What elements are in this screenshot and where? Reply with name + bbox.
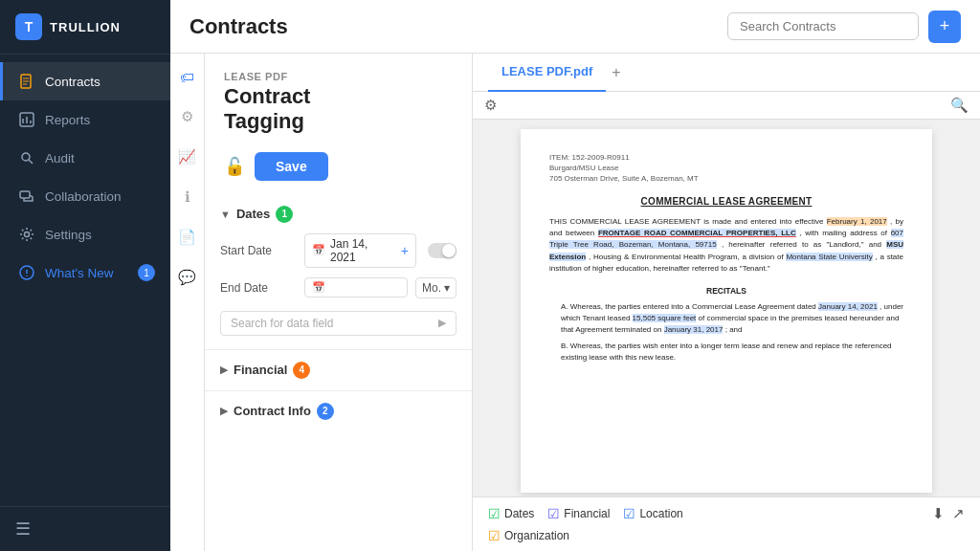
contract-info-section-title: Contract Info	[234, 404, 311, 418]
lock-icon[interactable]: 🔓	[224, 156, 245, 177]
pdf-tab-lease[interactable]: LEASE PDF.pdf	[488, 54, 606, 92]
whats-new-badge: 1	[138, 264, 155, 281]
pdf-footer-checkboxes-row: ☑ Dates ☑ Financial ☑ Location ⬇ ↗	[488, 505, 965, 522]
pdf-highlight-company: FRONTAGE ROAD COMMERCIAL PROPERTIES, LLC	[598, 229, 796, 237]
dates-checkbox[interactable]: ☑ Dates	[488, 506, 534, 521]
sidebar-bottom: ☰	[0, 506, 170, 551]
organization-checkbox[interactable]: ☑ Organization	[488, 528, 569, 543]
hamburger-icon[interactable]: ☰	[15, 519, 31, 539]
start-date-toggle[interactable]	[428, 243, 457, 258]
recital-sqft: 15,505 square feet	[633, 314, 697, 322]
sidebar-item-reports[interactable]: Reports	[0, 100, 170, 139]
contract-info-section-header[interactable]: ▶ Contract Info 2	[205, 397, 472, 426]
calendar-icon: 📅	[312, 244, 325, 256]
recital-b-label: B.	[561, 342, 570, 350]
icon-bar: 🏷 ⚙ 📈 ℹ 📄 💬	[170, 54, 205, 551]
sidebar: T TRULLION Contracts Reports Audit	[0, 0, 170, 551]
recital-a-label: A.	[561, 302, 570, 311]
sidebar-item-collaboration[interactable]: Collaboration	[0, 177, 170, 215]
start-date-value: Jan 14, 2021	[330, 237, 396, 264]
financial-arrow-icon: ▶	[220, 364, 228, 376]
tab-add-icon[interactable]: +	[612, 64, 620, 81]
search-field-row: Search for data field ▶	[205, 303, 472, 343]
sidebar-audit-label: Audit	[45, 151, 75, 165]
tagging-subtitle: LEASE PDF	[224, 71, 453, 82]
pdf-content[interactable]: ITEM: 152-2009-R0911 Burgard/MSU Lease 7…	[473, 120, 980, 496]
end-date-field[interactable]: 📅	[304, 277, 408, 298]
settings-bar-icon[interactable]: ⚙	[174, 103, 201, 130]
download-icon[interactable]: ⬇	[932, 505, 945, 522]
sidebar-item-audit[interactable]: Audit	[0, 139, 170, 177]
external-link-icon[interactable]: ↗	[952, 505, 965, 522]
search-field-placeholder: Search for data field	[231, 317, 333, 330]
tagging-header: LEASE PDF ContractTagging	[205, 54, 472, 143]
reports-icon	[18, 111, 35, 128]
add-contract-button[interactable]: +	[928, 11, 961, 43]
collaboration-icon	[18, 187, 35, 205]
sidebar-item-contracts[interactable]: Contracts	[0, 62, 170, 100]
pdf-intro-text: THIS COMMERCIAL LEASE AGREEMENT is made …	[549, 217, 827, 226]
svg-point-8	[22, 153, 30, 161]
pdf-highlight-date1: February 1, 2017	[827, 217, 887, 226]
contract-info-arrow-icon: ▶	[220, 405, 228, 417]
financial-section-title: Financial	[234, 363, 287, 377]
pdf-mid2: , with mailing address of	[799, 229, 890, 237]
financial-checkbox[interactable]: ☑ Financial	[547, 506, 610, 521]
recital-a-final: ; and	[725, 325, 743, 334]
doc-bar-icon[interactable]: 📄	[174, 224, 201, 251]
recitals-title: RECITALS	[549, 285, 903, 298]
chart-bar-icon[interactable]: 📈	[174, 143, 201, 170]
search-field-arrow-icon: ▶	[438, 317, 446, 329]
dates-section-title: Dates	[236, 207, 270, 221]
chevron-down-icon: ▾	[444, 281, 450, 295]
end-date-row: End Date 📅 Mo. ▾	[205, 273, 472, 303]
pdf-footer-org-row: ☑ Organization	[488, 528, 965, 543]
tagging-panel: LEASE PDF ContractTagging 🔓 Save ▼ Dates…	[205, 54, 473, 551]
audit-icon	[18, 149, 35, 166]
plus-icon: +	[940, 16, 950, 36]
dates-badge: 1	[276, 206, 293, 223]
sidebar-collaboration-label: Collaboration	[45, 189, 122, 204]
start-date-plus[interactable]: +	[401, 243, 409, 258]
recital-b: B. Whereas, the parties wish enter into …	[561, 341, 903, 364]
location-checkbox[interactable]: ☑ Location	[623, 506, 682, 521]
search-input[interactable]	[727, 12, 919, 40]
logo-icon: T	[15, 13, 42, 40]
pdf-footer-icons: ⬇ ↗	[932, 505, 965, 522]
search-field-input[interactable]: Search for data field ▶	[220, 311, 457, 336]
financial-section-header[interactable]: ▶ Financial 4	[205, 356, 472, 385]
page-title: Contracts	[189, 14, 288, 39]
content-area: 🏷 ⚙ 📈 ℹ 📄 💬 LEASE PDF ContractTagging 🔓 …	[170, 54, 980, 551]
financial-check-icon: ☑	[547, 506, 560, 521]
svg-point-11	[25, 232, 30, 237]
contract-info-badge: 2	[317, 403, 334, 420]
location-checkbox-label: Location	[639, 507, 682, 520]
tagging-actions: 🔓 Save	[205, 143, 472, 190]
pdf-search-icon[interactable]: 🔍	[950, 97, 969, 114]
tag-icon[interactable]: 🏷	[174, 63, 201, 90]
pdf-gear-icon[interactable]: ⚙	[484, 97, 497, 114]
tagging-title: ContractTagging	[224, 84, 453, 135]
save-button[interactable]: Save	[255, 152, 328, 181]
recital-date2: January 31, 2017	[664, 325, 724, 334]
info-bar-icon[interactable]: ℹ	[174, 184, 201, 210]
chat-bar-icon[interactable]: 💬	[174, 264, 201, 291]
pdf-highlight-msu2: Montana State University	[786, 253, 872, 261]
pdf-mid4: , Housing & Environmental Health Program…	[589, 253, 786, 261]
pdf-viewer: LEASE PDF.pdf + ⚙ 🔍 ITEM: 152-2009-R0911…	[473, 54, 980, 551]
dates-arrow-icon: ▼	[220, 209, 231, 220]
start-date-label: Start Date	[220, 244, 297, 257]
sidebar-item-settings[interactable]: Settings	[0, 215, 170, 253]
pdf-toolbar: ⚙ 🔍	[473, 92, 980, 120]
recital-date1: January 14, 2021	[818, 302, 878, 311]
pdf-body: THIS COMMERCIAL LEASE AGREEMENT is made …	[549, 216, 903, 276]
mo-dropdown[interactable]: Mo. ▾	[415, 277, 457, 298]
dates-section-header[interactable]: ▼ Dates 1	[205, 200, 472, 229]
svg-point-14	[26, 276, 27, 276]
sidebar-settings-label: Settings	[45, 228, 92, 242]
svg-rect-10	[20, 191, 30, 198]
start-date-field[interactable]: 📅 Jan 14, 2021 +	[304, 233, 416, 268]
sidebar-item-whats-new[interactable]: What's New 1	[0, 253, 170, 292]
settings-icon	[18, 226, 35, 243]
financial-badge: 4	[293, 362, 310, 379]
